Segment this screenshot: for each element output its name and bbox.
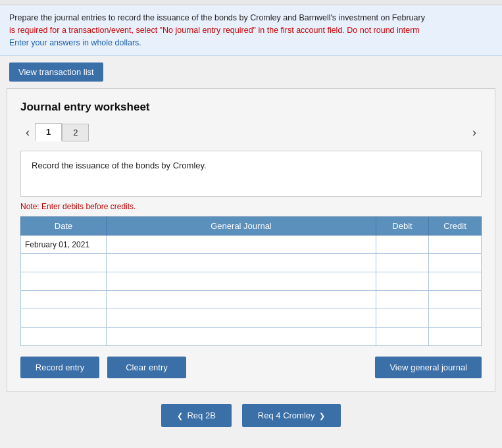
- journal-input-3[interactable]: [107, 291, 376, 309]
- table-row: [21, 309, 482, 328]
- tab-prev-arrow[interactable]: ‹: [20, 124, 35, 141]
- entry-description: Record the issuance of the bonds by Crom…: [20, 151, 482, 197]
- credit-input-4[interactable]: [429, 309, 481, 327]
- debit-input-2[interactable]: [376, 272, 428, 290]
- header-credit: Credit: [429, 217, 482, 236]
- date-cell-3: [21, 291, 107, 309]
- bottom-navigation: Req 2B Req 4 Cromley: [0, 404, 502, 434]
- journal-input-0[interactable]: [107, 236, 376, 253]
- journal-cell-3[interactable]: [107, 291, 376, 309]
- tab-1[interactable]: 1: [35, 123, 62, 141]
- credit-cell-0[interactable]: [429, 236, 482, 254]
- tab-2[interactable]: 2: [62, 124, 89, 141]
- journal-cell-1[interactable]: [107, 254, 376, 272]
- req-2b-button[interactable]: Req 2B: [161, 404, 231, 427]
- date-cell-1: [21, 254, 107, 272]
- credit-input-3[interactable]: [429, 291, 481, 309]
- journal-cell-2[interactable]: [107, 272, 376, 291]
- clear-entry-button[interactable]: Clear entry: [107, 357, 186, 378]
- arrow-left-icon: [177, 411, 183, 420]
- req-4-cromley-label: Req 4 Cromley: [258, 411, 315, 420]
- action-button-row: Record entry Clear entry View general jo…: [20, 357, 482, 378]
- table-row: [21, 254, 482, 272]
- debit-cell-0[interactable]: [376, 236, 429, 254]
- credit-cell-4[interactable]: [429, 309, 482, 328]
- req-2b-label: Req 2B: [187, 411, 215, 420]
- debit-cell-1[interactable]: [376, 254, 429, 272]
- header-journal: General Journal: [107, 217, 376, 236]
- date-cell-2: [21, 272, 107, 291]
- view-general-journal-button[interactable]: View general journal: [375, 357, 482, 378]
- credit-cell-3[interactable]: [429, 291, 482, 309]
- debit-cell-3[interactable]: [376, 291, 429, 309]
- req-4-cromley-button[interactable]: Req 4 Cromley: [242, 404, 341, 427]
- credit-cell-2[interactable]: [429, 272, 482, 291]
- journal-input-5[interactable]: [107, 328, 376, 345]
- debit-input-1[interactable]: [376, 254, 428, 272]
- table-row: [21, 272, 482, 291]
- main-container: Journal entry worksheet ‹ 1 2 › Record t…: [7, 88, 495, 392]
- debit-input-3[interactable]: [376, 291, 428, 309]
- journal-cell-4[interactable]: [107, 309, 376, 328]
- debit-cell-4[interactable]: [376, 309, 429, 328]
- arrow-right-icon: [319, 411, 325, 420]
- credit-cell-5[interactable]: [429, 328, 482, 346]
- date-cell-0: February 01, 2021: [21, 236, 107, 254]
- description-text: Record the issuance of the bonds by Crom…: [32, 161, 207, 170]
- header-date: Date: [21, 217, 107, 236]
- instruction-text: Prepare the journal entries to record th…: [9, 13, 425, 22]
- journal-cell-5[interactable]: [107, 328, 376, 346]
- instruction-box: Prepare the journal entries to record th…: [0, 5, 502, 56]
- record-entry-button[interactable]: Record entry: [20, 357, 99, 378]
- worksheet-title: Journal entry worksheet: [20, 101, 482, 114]
- journal-input-2[interactable]: [107, 272, 376, 290]
- table-row: February 01, 2021: [21, 236, 482, 254]
- journal-input-4[interactable]: [107, 309, 376, 327]
- debit-cell-5[interactable]: [376, 328, 429, 346]
- journal-table: Date General Journal Debit Credit Februa…: [20, 216, 482, 346]
- view-transaction-button[interactable]: View transaction list: [9, 62, 103, 82]
- date-cell-5: [21, 328, 107, 346]
- journal-input-1[interactable]: [107, 254, 376, 272]
- journal-cell-0[interactable]: [107, 236, 376, 254]
- instruction-highlight-red: is required for a transaction/event, sel…: [9, 26, 420, 35]
- table-row: [21, 291, 482, 309]
- header-debit: Debit: [376, 217, 429, 236]
- note-text: Note: Enter debits before credits.: [20, 202, 482, 211]
- debit-input-4[interactable]: [376, 309, 428, 327]
- date-cell-4: [21, 309, 107, 328]
- tab-next-arrow[interactable]: ›: [467, 124, 482, 141]
- table-row: [21, 328, 482, 346]
- credit-input-0[interactable]: [429, 236, 481, 253]
- debit-cell-2[interactable]: [376, 272, 429, 291]
- tab-navigation: ‹ 1 2 ›: [20, 123, 482, 141]
- debit-input-0[interactable]: [376, 236, 428, 253]
- credit-input-2[interactable]: [429, 272, 481, 290]
- credit-input-1[interactable]: [429, 254, 481, 272]
- top-bar: [0, 0, 502, 5]
- credit-cell-1[interactable]: [429, 254, 482, 272]
- instruction-highlight-blue: Enter your answers in whole dollars.: [9, 38, 141, 47]
- debit-input-5[interactable]: [376, 328, 428, 345]
- credit-input-5[interactable]: [429, 328, 481, 345]
